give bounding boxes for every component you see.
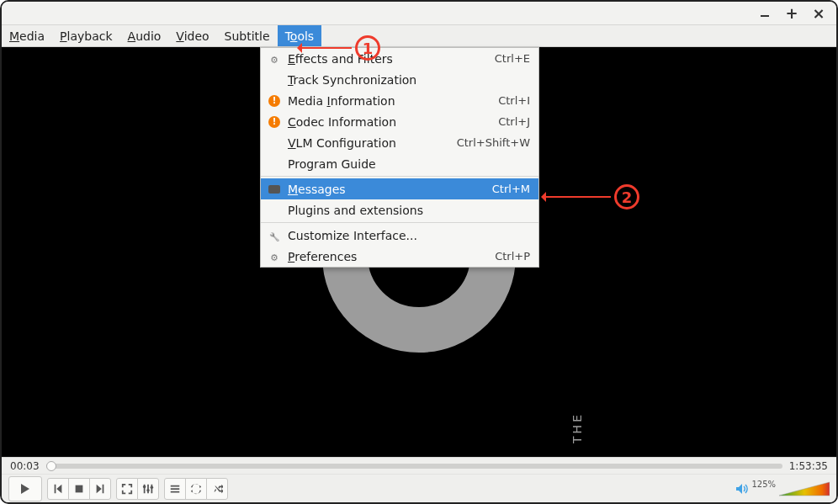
menu-subtitle[interactable]: Subtitle [217,25,278,46]
ext-settings-button[interactable] [137,478,159,500]
playlist-icon [169,483,181,495]
menuitem-shortcut: Ctrl+P [495,250,530,263]
blank-icon-cell [268,73,281,87]
menuitem-messages[interactable]: MessagesCtrl+M [261,178,538,199]
fullscreen-button[interactable] [116,478,138,500]
menuitem-label: Media Information [288,94,491,108]
seek-bar-row: 00:03 1:53:35 [2,457,836,474]
svg-point-1 [143,485,146,488]
seek-slider[interactable] [46,464,782,469]
menuitem-codec-information[interactable]: !Codec InformationCtrl+J [261,111,538,132]
menuitem-label: Track Synchronization [288,73,523,87]
menuitem-shortcut: Ctrl+E [495,52,530,65]
menuitem-effects-and-filters[interactable]: Effects and FiltersCtrl+E [261,48,538,69]
gear-icon [270,250,278,263]
menuitem-label: Messages [288,183,485,196]
menuitem-label: Codec Information [288,115,491,129]
blank-icon-cell [268,157,281,171]
shuffle-button[interactable] [206,478,228,500]
playlist-button[interactable] [164,478,186,500]
menu-video[interactable]: Video [168,25,216,46]
volume-control: 125% [735,480,830,497]
menuitem-vlm-configuration[interactable]: VLM ConfigurationCtrl+Shift+W [261,132,538,153]
skip-forward-icon [94,483,106,495]
menuitem-label: Preferences [288,250,488,263]
info-icon-cell: ! [268,94,281,108]
menu-playback[interactable]: Playback [52,25,119,46]
svg-point-2 [146,489,150,492]
menuitem-program-guide[interactable]: Program Guide [261,153,538,174]
menuitem-label: Program Guide [288,157,523,171]
menu-audio[interactable]: Audio [120,25,169,46]
loop-icon [190,483,202,495]
menuitem-shortcut: Ctrl+I [498,94,530,107]
menu-media[interactable]: Media [2,25,52,46]
controls-toolbar: 125% [2,474,836,502]
menuitem-label: VLM Configuration [288,136,450,150]
menuitem-preferences[interactable]: PreferencesCtrl+P [261,246,538,267]
svg-rect-0 [76,485,83,492]
menuitem-plugins-and-extensions[interactable]: Plugins and extensions [261,199,538,220]
sliders-icon [142,483,154,495]
menuitem-shortcut: Ctrl+Shift+W [457,136,530,149]
gear-icon-cell [268,250,281,263]
video-overlay-text: THE [570,412,584,443]
seek-knob[interactable] [46,461,56,471]
stop-icon [73,483,85,495]
shuffle-icon [211,483,223,495]
sliders-icon [270,52,278,66]
sliders-icon-cell [268,52,281,66]
window-close-button[interactable] [813,8,825,19]
prev-button[interactable] [47,478,69,500]
menu-separator [261,222,538,223]
fullscreen-icon [121,483,133,495]
menuitem-track-synchronization[interactable]: Track Synchronization [261,69,538,90]
loop-button[interactable] [185,478,207,500]
menuitem-shortcut: Ctrl+M [492,183,530,195]
speaker-icon[interactable] [735,482,748,496]
menubar: Media Playback Audio Video Subtitle Tool… [2,25,836,47]
time-total[interactable]: 1:53:35 [789,460,828,472]
next-button[interactable] [89,478,111,500]
menuitem-label: Customize Interface... [288,229,523,242]
menu-separator [261,176,538,177]
menuitem-label: Plugins and extensions [288,204,523,217]
terminal-icon [268,185,280,194]
wrench-icon-cell [268,229,281,242]
svg-point-3 [151,485,154,489]
menuitem-label: Effects and Filters [288,52,488,66]
playback-group [47,478,111,500]
app-window: Media Playback Audio Video Subtitle Tool… [0,0,838,504]
menu-tools[interactable]: Tools [278,25,322,46]
skip-back-icon [52,483,64,495]
volume-triangle-icon [779,480,830,497]
blank-icon-cell [268,204,281,217]
view-group [116,478,159,500]
info-icon: ! [268,116,280,128]
menuitem-customize-interface[interactable]: Customize Interface... [261,225,538,246]
volume-slider[interactable] [779,480,830,497]
tools-dropdown: Effects and FiltersCtrl+ETrack Synchroni… [260,47,539,268]
menuitem-shortcut: Ctrl+J [498,115,530,128]
stop-button[interactable] [68,478,90,500]
window-minimize-button[interactable] [759,8,771,19]
playlist-group [164,478,228,500]
info-icon-cell: ! [268,115,281,129]
window-maximize-button[interactable] [786,8,798,19]
menuitem-media-information[interactable]: !Media InformationCtrl+I [261,90,538,111]
terminal-icon-cell [268,183,281,196]
blank-icon-cell [268,136,281,150]
play-button[interactable] [8,476,42,501]
window-titlebar [2,2,836,25]
time-elapsed[interactable]: 00:03 [10,460,40,472]
info-icon: ! [268,95,280,107]
volume-percent: 125% [751,480,776,489]
wrench-icon [269,229,279,242]
play-icon [19,482,32,496]
